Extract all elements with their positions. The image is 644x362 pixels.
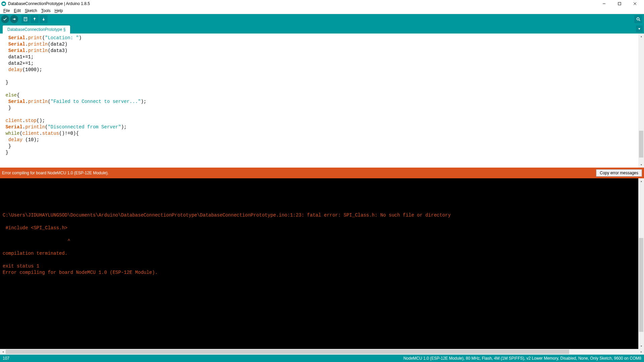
menu-file[interactable]: File	[1, 8, 12, 14]
menu-file-rest: ile	[6, 8, 10, 13]
console-scroll-up-arrow[interactable]: ▴	[638, 178, 644, 184]
output-console[interactable]: C:\Users\JIDUHAYLUNGSOD\Documents\Arduin…	[0, 178, 644, 349]
open-sketch-button[interactable]	[31, 15, 39, 23]
close-button[interactable]	[627, 0, 643, 7]
code-editor[interactable]: Serial.print("Location: ") Serial.printl…	[0, 34, 644, 168]
svg-line-8	[639, 20, 640, 21]
tab-menu-button[interactable]	[636, 25, 643, 32]
minimize-button[interactable]	[596, 0, 612, 7]
tab-bar: DatabaseConnectionPrototype §	[0, 24, 644, 34]
editor-vertical-scrollbar[interactable]: ▴ ▾	[638, 34, 644, 168]
scroll-down-arrow[interactable]: ▾	[638, 162, 644, 168]
menu-help-rest: elp	[57, 8, 63, 13]
arduino-app-icon	[1, 1, 6, 6]
upload-button[interactable]	[10, 15, 18, 23]
footer-status-bar: 107 NodeMCU 1.0 (ESP-12E Module), 80 MHz…	[0, 355, 644, 362]
menu-tools-rest: ools	[43, 8, 51, 13]
console-scroll-thumb-v[interactable]	[639, 238, 643, 332]
menu-edit-rest: dit	[16, 8, 21, 13]
menu-bar: File Edit Sketch Tools Help	[0, 7, 644, 14]
window-title: DatabaseConnectionPrototype | Arduino 1.…	[8, 1, 90, 6]
menu-help[interactable]: Help	[53, 8, 65, 14]
editor-scroll-thumb[interactable]	[639, 131, 643, 158]
copy-error-button[interactable]: Copy error messages	[596, 169, 642, 177]
new-sketch-button[interactable]	[21, 15, 30, 23]
svg-point-7	[637, 18, 639, 20]
scroll-up-arrow[interactable]: ▴	[638, 34, 644, 39]
toolbar	[0, 14, 644, 24]
sketch-tab[interactable]: DatabaseConnectionPrototype §	[3, 25, 70, 34]
menu-sketch[interactable]: Sketch	[23, 8, 39, 14]
title-bar: DatabaseConnectionPrototype | Arduino 1.…	[0, 0, 644, 7]
console-horizontal-scrollbar[interactable]: ◂ ▸	[0, 349, 644, 355]
console-scroll-down-arrow[interactable]: ▾	[638, 343, 644, 349]
console-scroll-left-arrow[interactable]: ◂	[0, 349, 6, 355]
board-info: NodeMCU 1.0 (ESP-12E Module), 80 MHz, Fl…	[404, 356, 641, 361]
menu-sketch-rest: ketch	[28, 8, 37, 13]
console-scroll-thumb-h[interactable]	[6, 350, 569, 354]
console-vertical-scrollbar[interactable]: ▴ ▾	[638, 178, 644, 349]
svg-rect-1	[618, 2, 621, 5]
verify-button[interactable]	[1, 15, 9, 23]
window-controls	[596, 0, 643, 7]
console-scroll-right-arrow[interactable]: ▸	[638, 349, 644, 355]
compile-status-message: Error compiling for board NodeMCU 1.0 (E…	[2, 171, 596, 175]
maximize-button[interactable]	[612, 0, 627, 7]
menu-edit[interactable]: Edit	[12, 8, 23, 14]
save-sketch-button[interactable]	[40, 15, 48, 23]
serial-monitor-button[interactable]	[634, 15, 642, 23]
line-number-indicator: 107	[3, 356, 404, 361]
menu-tools[interactable]: Tools	[39, 8, 53, 14]
compile-status-bar: Error compiling for board NodeMCU 1.0 (E…	[0, 168, 644, 178]
